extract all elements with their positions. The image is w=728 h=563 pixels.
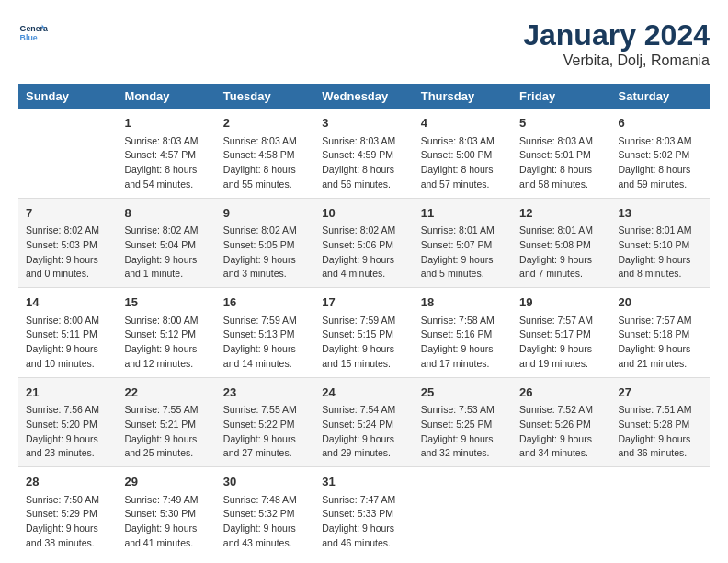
day-info: Sunrise: 7:47 AMSunset: 5:33 PMDaylight:…: [322, 493, 405, 551]
calendar-cell: 26Sunrise: 7:52 AMSunset: 5:26 PMDayligh…: [512, 377, 610, 467]
day-info: Sunrise: 8:01 AMSunset: 5:10 PMDaylight:…: [619, 224, 702, 282]
day-number: 11: [421, 204, 505, 223]
day-info: Sunrise: 7:54 AMSunset: 5:24 PMDaylight:…: [322, 403, 405, 461]
day-number: 7: [26, 204, 109, 223]
day-info: Sunrise: 8:01 AMSunset: 5:07 PMDaylight:…: [421, 224, 505, 282]
calendar-cell: 1Sunrise: 8:03 AMSunset: 4:57 PMDaylight…: [117, 109, 215, 198]
day-number: 12: [519, 204, 603, 223]
title-section: January 2024 Verbita, Dolj, Romania: [523, 18, 710, 69]
day-info: Sunrise: 7:59 AMSunset: 5:13 PMDaylight:…: [223, 314, 307, 372]
logo: General Blue: [18, 18, 48, 48]
day-info: Sunrise: 7:59 AMSunset: 5:15 PMDaylight:…: [322, 314, 405, 372]
col-header-friday: Friday: [512, 84, 610, 109]
calendar-cell: 28Sunrise: 7:50 AMSunset: 5:29 PMDayligh…: [18, 467, 117, 557]
calendar-cell: 24Sunrise: 7:54 AMSunset: 5:24 PMDayligh…: [314, 377, 413, 467]
col-header-monday: Monday: [117, 84, 215, 109]
calendar-cell: 27Sunrise: 7:51 AMSunset: 5:28 PMDayligh…: [611, 377, 710, 467]
day-info: Sunrise: 7:48 AMSunset: 5:32 PMDaylight:…: [223, 493, 307, 551]
day-number: 3: [322, 114, 405, 132]
calendar-cell: 14Sunrise: 8:00 AMSunset: 5:11 PMDayligh…: [18, 288, 117, 378]
day-info: Sunrise: 8:02 AMSunset: 5:06 PMDaylight:…: [322, 224, 405, 282]
day-info: Sunrise: 8:02 AMSunset: 5:03 PMDaylight:…: [26, 224, 109, 282]
day-number: 14: [26, 293, 109, 312]
day-number: 27: [619, 384, 702, 402]
calendar-cell: 21Sunrise: 7:56 AMSunset: 5:20 PMDayligh…: [18, 377, 117, 467]
day-number: 22: [124, 384, 208, 402]
day-number: 16: [223, 293, 307, 312]
calendar-cell: 10Sunrise: 8:02 AMSunset: 5:06 PMDayligh…: [314, 198, 413, 288]
day-number: 21: [26, 384, 109, 402]
calendar-cell: 16Sunrise: 7:59 AMSunset: 5:13 PMDayligh…: [216, 288, 314, 378]
week-row-2: 7Sunrise: 8:02 AMSunset: 5:03 PMDaylight…: [18, 198, 710, 288]
day-info: Sunrise: 8:03 AMSunset: 4:58 PMDaylight:…: [223, 134, 307, 192]
day-info: Sunrise: 8:03 AMSunset: 4:57 PMDaylight:…: [124, 134, 208, 192]
day-number: 20: [619, 293, 702, 312]
calendar-cell: 25Sunrise: 7:53 AMSunset: 5:25 PMDayligh…: [414, 377, 512, 467]
day-number: 24: [322, 384, 405, 402]
day-number: 8: [124, 204, 208, 223]
calendar-cell: 11Sunrise: 8:01 AMSunset: 5:07 PMDayligh…: [414, 198, 512, 288]
svg-text:General: General: [20, 24, 48, 33]
day-info: Sunrise: 7:57 AMSunset: 5:18 PMDaylight:…: [619, 314, 702, 372]
calendar-cell: [18, 109, 117, 198]
calendar-cell: 17Sunrise: 7:59 AMSunset: 5:15 PMDayligh…: [314, 288, 413, 378]
day-number: 2: [223, 114, 307, 132]
calendar-cell: 20Sunrise: 7:57 AMSunset: 5:18 PMDayligh…: [611, 288, 710, 378]
calendar-cell: 30Sunrise: 7:48 AMSunset: 5:32 PMDayligh…: [216, 467, 314, 557]
calendar-cell: 19Sunrise: 7:57 AMSunset: 5:17 PMDayligh…: [512, 288, 610, 378]
calendar-cell: 6Sunrise: 8:03 AMSunset: 5:02 PMDaylight…: [611, 109, 710, 198]
day-number: 29: [124, 473, 208, 491]
day-info: Sunrise: 8:03 AMSunset: 4:59 PMDaylight:…: [322, 134, 405, 192]
day-info: Sunrise: 7:55 AMSunset: 5:22 PMDaylight:…: [223, 403, 307, 461]
week-row-3: 14Sunrise: 8:00 AMSunset: 5:11 PMDayligh…: [18, 288, 710, 378]
calendar-cell: 23Sunrise: 7:55 AMSunset: 5:22 PMDayligh…: [216, 377, 314, 467]
day-info: Sunrise: 7:50 AMSunset: 5:29 PMDaylight:…: [26, 493, 109, 551]
col-header-tuesday: Tuesday: [216, 84, 314, 109]
location-subtitle: Verbita, Dolj, Romania: [523, 52, 710, 69]
calendar-cell: 7Sunrise: 8:02 AMSunset: 5:03 PMDaylight…: [18, 198, 117, 288]
calendar-cell: 22Sunrise: 7:55 AMSunset: 5:21 PMDayligh…: [117, 377, 215, 467]
day-number: 4: [421, 114, 505, 132]
day-info: Sunrise: 7:53 AMSunset: 5:25 PMDaylight:…: [421, 403, 505, 461]
day-number: 9: [223, 204, 307, 223]
day-number: 31: [322, 473, 405, 491]
calendar-cell: [611, 467, 710, 557]
calendar-cell: 9Sunrise: 8:02 AMSunset: 5:05 PMDaylight…: [216, 198, 314, 288]
col-header-wednesday: Wednesday: [314, 84, 413, 109]
day-info: Sunrise: 8:03 AMSunset: 5:01 PMDaylight:…: [519, 134, 603, 192]
calendar-cell: [414, 467, 512, 557]
calendar-cell: 8Sunrise: 8:02 AMSunset: 5:04 PMDaylight…: [117, 198, 215, 288]
day-number: 28: [26, 473, 109, 491]
day-number: 26: [519, 384, 603, 402]
day-number: 18: [421, 293, 505, 312]
logo-icon: General Blue: [18, 18, 48, 48]
day-info: Sunrise: 8:02 AMSunset: 5:04 PMDaylight:…: [124, 224, 208, 282]
day-info: Sunrise: 7:58 AMSunset: 5:16 PMDaylight:…: [421, 314, 505, 372]
day-info: Sunrise: 8:03 AMSunset: 5:02 PMDaylight:…: [619, 134, 702, 192]
col-header-saturday: Saturday: [611, 84, 710, 109]
day-info: Sunrise: 7:52 AMSunset: 5:26 PMDaylight:…: [519, 403, 603, 461]
day-number: 15: [124, 293, 208, 312]
day-info: Sunrise: 8:02 AMSunset: 5:05 PMDaylight:…: [223, 224, 307, 282]
calendar-cell: 5Sunrise: 8:03 AMSunset: 5:01 PMDaylight…: [512, 109, 610, 198]
calendar-cell: 3Sunrise: 8:03 AMSunset: 4:59 PMDaylight…: [314, 109, 413, 198]
day-number: 23: [223, 384, 307, 402]
day-info: Sunrise: 7:49 AMSunset: 5:30 PMDaylight:…: [124, 493, 208, 551]
day-number: 13: [619, 204, 702, 223]
calendar-cell: 31Sunrise: 7:47 AMSunset: 5:33 PMDayligh…: [314, 467, 413, 557]
svg-text:Blue: Blue: [20, 33, 38, 42]
day-info: Sunrise: 8:00 AMSunset: 5:12 PMDaylight:…: [124, 314, 208, 372]
day-info: Sunrise: 8:03 AMSunset: 5:00 PMDaylight:…: [421, 134, 505, 192]
day-info: Sunrise: 7:55 AMSunset: 5:21 PMDaylight:…: [124, 403, 208, 461]
day-number: 1: [124, 114, 208, 132]
week-row-1: 1Sunrise: 8:03 AMSunset: 4:57 PMDaylight…: [18, 109, 710, 198]
calendar-cell: 29Sunrise: 7:49 AMSunset: 5:30 PMDayligh…: [117, 467, 215, 557]
day-info: Sunrise: 8:00 AMSunset: 5:11 PMDaylight:…: [26, 314, 109, 372]
col-header-sunday: Sunday: [18, 84, 117, 109]
calendar-cell: 13Sunrise: 8:01 AMSunset: 5:10 PMDayligh…: [611, 198, 710, 288]
calendar-cell: 18Sunrise: 7:58 AMSunset: 5:16 PMDayligh…: [414, 288, 512, 378]
day-number: 17: [322, 293, 405, 312]
day-number: 10: [322, 204, 405, 223]
calendar-cell: 12Sunrise: 8:01 AMSunset: 5:08 PMDayligh…: [512, 198, 610, 288]
week-row-5: 28Sunrise: 7:50 AMSunset: 5:29 PMDayligh…: [18, 467, 710, 557]
